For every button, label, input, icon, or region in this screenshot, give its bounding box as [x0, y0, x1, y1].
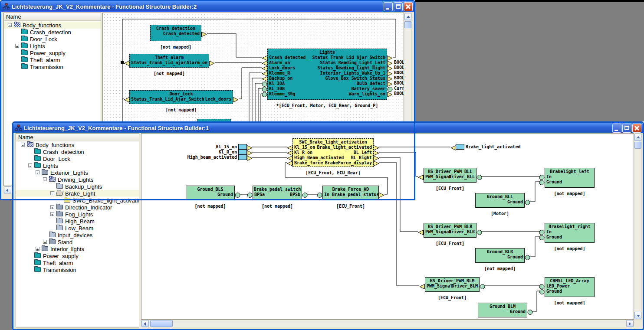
block-hs-driver-pwm-blm[interactable]: HS_Driver_PWM_BLMPWM_SignalDriver_BLM: [425, 277, 480, 292]
block-title: CHMSL_LED_Array: [545, 278, 594, 284]
block-title: Brake_pedal_switch: [253, 187, 302, 192]
block-hs-driver-pwm-blr[interactable]: HS_Driver_PWM_BLRPWM_SignalDriver_BLR: [424, 223, 476, 238]
tree-item-low-beam[interactable]: Low_Beam: [16, 225, 139, 232]
collapse-toggle-icon[interactable]: -: [43, 177, 47, 181]
block-ground-bll[interactable]: Ground_BLLGround: [475, 193, 525, 208]
tree-item-brake-light[interactable]: -Brake_Light: [16, 190, 139, 197]
expand-toggle-icon[interactable]: +: [50, 212, 54, 216]
expand-toggle-icon[interactable]: +: [43, 240, 47, 244]
tree-item-theft-alarm[interactable]: Theft_alarm: [4, 56, 101, 63]
close-button[interactable]: [632, 124, 641, 133]
horizontal-scrollbar-1[interactable]: [141, 320, 634, 327]
arrow-down-icon: [637, 315, 640, 317]
block-swc-brake-light-activation[interactable]: SWC_Brake_light_activationKl_15_onBrake_…: [292, 138, 374, 167]
tree-header[interactable]: Name: [4, 13, 101, 21]
scroll-right-button[interactable]: [626, 320, 634, 327]
scroll-down-button[interactable]: [634, 312, 641, 319]
tree-item-input-devices[interactable]: Input_devices: [16, 232, 139, 239]
tree-item-label: Theft_alarm: [30, 57, 60, 63]
port-blob-icon: [525, 254, 530, 259]
port-triangle-icon: [387, 70, 393, 75]
maximize-button[interactable]: [394, 2, 403, 11]
tree-item-driving-lights[interactable]: -Driving_Lights: [16, 176, 139, 183]
block-ground-blr[interactable]: Ground_BLRGround: [475, 248, 525, 263]
tree-item-direction-indicator[interactable]: +Direction_Indicator: [16, 204, 139, 211]
input-port-label: High_beam_activated: [168, 155, 237, 160]
vertical-scrollbar-1[interactable]: [634, 133, 642, 320]
port-label: Kl_15_on: [294, 145, 315, 150]
scrollbar-thumb[interactable]: [634, 142, 641, 149]
minimize-button[interactable]: [612, 124, 621, 133]
folder-icon: [42, 170, 48, 175]
tree-header[interactable]: Name: [16, 134, 139, 141]
port-blob-icon: [302, 192, 308, 197]
tree-item-high-beam[interactable]: High_Beam: [16, 218, 139, 225]
collapse-toggle-icon[interactable]: -: [36, 170, 39, 174]
port-label: Driver_BLR: [449, 229, 475, 235]
tree-item-interior-lights[interactable]: +Interior_lights: [16, 245, 139, 252]
collapse-toggle-icon[interactable]: -: [8, 23, 12, 27]
scrollbar-thumb[interactable]: [404, 21, 411, 28]
tree-item-transmission[interactable]: Transmission: [4, 63, 101, 70]
block-theft-alarm[interactable]: Theft_alarmStatus_trunk_lid_ajarAlarm_on: [129, 54, 209, 68]
block-crash-detection[interactable]: Crash_detectionCrash_detected: [150, 25, 201, 41]
block-title: Lights: [268, 50, 387, 55]
block-chmsl-led-array[interactable]: CHMSL_LED_ArrayLED_PowerGround: [545, 277, 595, 297]
tree-item-lights[interactable]: -Lights: [16, 162, 139, 169]
block-door-lock[interactable]: Door_LockStatus_Trunk_Lid_Ajar_SwitchLoc…: [129, 90, 233, 104]
tree-item-label: Crash_detection: [30, 29, 71, 36]
tree-item-backup-lights[interactable]: Backup_Lights: [16, 183, 139, 190]
tree-item-crash-detection[interactable]: Crash_detection: [4, 29, 101, 36]
tree-item-body-functions[interactable]: -Body_functions: [16, 141, 139, 148]
tree-item-body-functions[interactable]: -Body_functions: [4, 22, 101, 29]
tree-item-label: Lights: [43, 163, 58, 169]
block-hs-driver-pwm-bll[interactable]: HS_Driver_PWM_BLLPWM_SignalDriver_BLL: [424, 168, 476, 183]
block-ground-bls[interactable]: Ground_BLSGround: [186, 186, 235, 200]
tree-item-door-lock[interactable]: Door_Lock: [4, 36, 101, 42]
tree-item-power-supply[interactable]: Power_supply: [16, 252, 139, 259]
port-label: In: [546, 229, 552, 235]
collapse-toggle-icon[interactable]: -: [21, 143, 25, 147]
mapping-caption: [not mapped]: [108, 71, 231, 76]
collapse-toggle-icon[interactable]: -: [28, 163, 32, 167]
minimize-button[interactable]: [384, 2, 393, 11]
tree-item-stand[interactable]: +Stand: [16, 239, 139, 245]
block-lights[interactable]: LightsCrash_detected__Status_Trunk_Lid_A…: [267, 49, 387, 100]
tree-item-theft-alarm[interactable]: Theft_alarm: [16, 259, 139, 266]
port-row: Lock_doorsStatus_Reading_Light_Right: [269, 65, 385, 71]
scrollbar-thumb[interactable]: [150, 320, 173, 327]
input-port[interactable]: [238, 154, 247, 160]
block-brake-force-ad[interactable]: Brake_Force_ADIn_Brake_pedal_status: [322, 186, 379, 200]
expand-toggle-icon[interactable]: +: [50, 205, 54, 209]
tree-item-transmission[interactable]: Transmission: [16, 266, 139, 273]
tree-item-exterior-lights[interactable]: -Exterior_Lights: [16, 169, 139, 176]
titlebar-window-2[interactable]: Lichtsteuerung_JK_V2_Kommentare - Functi…: [1, 1, 414, 12]
expand-toggle-icon[interactable]: +: [15, 44, 19, 48]
port-row: In: [546, 174, 593, 180]
folder-icon: [34, 149, 41, 154]
tree-item-crash-detection[interactable]: Crash_detection: [16, 148, 139, 155]
collapse-toggle-icon[interactable]: -: [50, 191, 54, 195]
diagram-canvas-1[interactable]: SWC_Brake_light_activationKl_15_onBrake_…: [141, 133, 634, 320]
scroll-left-button[interactable]: [4, 186, 11, 193]
expand-toggle-icon[interactable]: +: [36, 247, 39, 251]
port-row: Status_Trunk_Lid_Ajar_SwitchLock_doors: [131, 97, 231, 102]
desktop: Lichtsteuerung_JK_V2_Kommentare - Functi…: [0, 0, 644, 330]
scroll-left-button[interactable]: [141, 320, 149, 327]
output-port[interactable]: [456, 144, 464, 150]
block-brake-pedal-switch[interactable]: Brake_pedal_switchBPSaBPSb: [253, 186, 302, 200]
titlebar-window-1[interactable]: Lichtsteuerung_JK_V2_Kommentare - Functi…: [13, 123, 643, 133]
tree-item-fog-lights[interactable]: +Fog_Lights: [16, 211, 139, 218]
port-label: PWM_Signal: [427, 284, 453, 289]
tree-item-door-lock[interactable]: Door_Lock: [16, 155, 139, 162]
block-ground-blm[interactable]: Ground_BLMGround: [478, 303, 527, 317]
block-brakelight-left[interactable]: Brakelight_leftInGround: [545, 168, 595, 188]
tree-item-lights[interactable]: +Lights: [4, 42, 101, 49]
maximize-button[interactable]: [622, 124, 631, 133]
block-brakelight-right[interactable]: Brakelight_rightInGround: [545, 223, 595, 243]
close-button[interactable]: [404, 2, 413, 11]
tree-item-power-supply[interactable]: Power_supply: [4, 49, 101, 56]
scroll-up-button[interactable]: [634, 134, 641, 141]
tree-item-swc-brake-light-activation[interactable]: SWC_Brake_light_activation: [16, 197, 139, 204]
scroll-up-button[interactable]: [404, 13, 411, 20]
